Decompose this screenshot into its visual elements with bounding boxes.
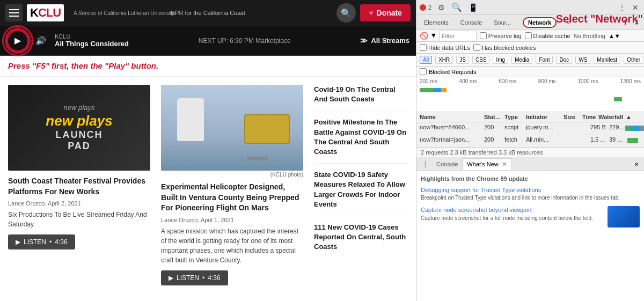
helicopter-image [161,85,303,171]
devtools-close-btn[interactable]: ✕ [630,2,641,13]
tab-elements[interactable]: Elements [419,17,454,28]
devtools-more-btn[interactable]: ⋮ [616,2,628,13]
row1-time: 229... [609,124,625,133]
network-summary: 2 requests 2.3 kB transferred 3.3 kB res… [416,147,644,157]
preserve-log-checkbox[interactable]: Preserve log [480,32,522,39]
update-2-title[interactable]: Capture node screenshot beyond viewport [421,206,603,214]
station-info: KCLU All Things Considered [55,33,129,48]
filter-media[interactable]: Media [511,56,532,64]
donate-label: Donate [377,9,402,17]
network-table-header: Name Stat... Type Initiator Size Time Wa… [416,112,644,122]
filter-input[interactable] [439,31,477,41]
whats-new-close[interactable]: ✕ [502,160,507,168]
update-item-1: Debugging support for Trusted Type viola… [421,186,640,202]
website-panel: KCLU A Service of California Lutheran Un… [0,0,416,301]
filter-other[interactable]: Other [624,56,643,64]
tab-sources[interactable]: Sour... [488,17,516,28]
timeline-scale: 200 ms 400 ms 600 ms 800 ms 1000 ms 1200… [416,77,644,85]
timeline-bars [420,85,641,109]
play-button[interactable]: ▶ [6,30,29,52]
header-initiator: Initiator [526,114,564,120]
update-item-2: Capture node screenshot beyond viewport … [421,206,640,227]
row1-name: now?bust=84660... [420,124,484,133]
filter-icon[interactable]: ▼ [431,32,436,40]
tab-more[interactable]: » [563,17,573,28]
error-count: 2 [428,4,431,11]
blocked-requests-check[interactable] [420,68,427,75]
update-1-desc: Breakpoint on Trusted Type violations an… [421,194,640,202]
right-article-3: State COVID-19 Safety Measures Relaxed T… [314,170,408,216]
tab-network[interactable]: Network [523,17,557,28]
tab-whats-new[interactable]: What's New ✕ [462,158,511,170]
clear-icon[interactable]: 🚫 [420,32,428,40]
filter-ws[interactable]: WS [575,56,590,64]
network-row-2[interactable]: now?format=json... 200 fetch All.min... … [416,135,644,147]
filter-img[interactable]: Img [493,56,508,64]
logo-text: KCLU [30,6,61,19]
header-time: Time [582,114,598,120]
no-throttling-select[interactable]: No throttling [574,33,605,39]
all-streams-button[interactable]: ≫ All Streams [360,36,409,45]
tab-network-wrapper: Network [517,15,562,30]
hamburger-button[interactable] [5,4,23,21]
site-header: KCLU A Service of California Lutheran Un… [0,0,416,26]
right-article-1: Covid-19 On The Central And South Coasts [314,85,408,111]
disable-cache-check[interactable] [525,32,532,39]
has-blocked-cookies-check[interactable] [473,44,480,51]
network-row-1[interactable]: now?bust=84660... 200 script jquery.m...… [416,122,644,135]
search-icon: 🔍 [341,8,352,18]
devtools-inspect-btn[interactable]: 🔍 [449,1,464,13]
right-article-4: 111 New COVID-19 Cases Reported On Centr… [314,223,408,259]
disable-cache-checkbox[interactable]: Disable cache [525,32,570,39]
donate-button[interactable]: ♥ Donate [360,4,411,21]
hide-data-urls-checkbox[interactable]: Hide data URLs [420,44,470,51]
row1-size: 795 B [590,124,609,133]
row2-type: fetch [504,136,526,145]
left-article-excerpt: Six Productions To Be Live Streamed Frid… [8,210,150,229]
preserve-log-check[interactable] [480,32,487,39]
console-tabs: ⋮ Console What's New ✕ ✕ [416,157,644,171]
devtools-toolbar: 2 ⚙ 🔍 📱 ⋮ ✕ [416,0,644,15]
tab-console-bottom[interactable]: Console [432,159,462,169]
hamburger-line-2 [9,12,19,13]
middle-listen-play-icon: ▶ [169,274,173,282]
left-listen-button[interactable]: ▶ LISTEN • 4:36 [8,234,75,249]
devtools-panel: 2 ⚙ 🔍 📱 ⋮ ✕ Elements Console Sour... Net… [416,0,644,301]
devtools-download-icon[interactable]: ⬇ [632,17,642,27]
console-close-btn[interactable]: ✕ [631,159,642,170]
hamburger-line-1 [9,9,19,10]
devtools-device-btn[interactable]: 📱 [466,2,480,13]
filter-font[interactable]: Font [536,56,553,64]
tab-console[interactable]: Console [455,17,487,28]
console-dots-btn[interactable]: ⋮ [419,159,432,170]
hide-data-urls-check[interactable] [420,44,427,51]
filter-xhr[interactable]: XHR [435,56,453,64]
filter-doc[interactable]: Doc [556,56,572,64]
program-name: All Things Considered [55,40,129,48]
update-2-text: Capture node screenshot beyond viewport … [421,206,603,227]
heart-icon: ♥ [369,9,373,17]
devtools-upload-icon[interactable]: ⬆ [620,17,631,27]
console-content: Highlights from the Chrome 89 update Deb… [416,171,644,301]
row2-size: 1.5 ... [590,136,609,145]
filter-css[interactable]: CSS [472,56,490,64]
volume-icon[interactable]: 🔊 [35,35,46,46]
devtools-settings-btn[interactable]: ⚙ [436,2,447,13]
filter-js[interactable]: JS [456,56,469,64]
row2-name: now?format=json... [420,136,484,145]
timeline-label-400: 400 ms [459,78,477,84]
right-article-2: Positive Milestone In The Battle Against… [314,118,408,164]
update-1-title[interactable]: Debugging support for Trusted Type viola… [421,186,640,194]
timeline-bar-1a [420,88,433,92]
row1-waterfall [625,124,641,133]
header-name: Name [420,114,484,120]
next-up-info: NEXT UP: 6:30 PM Marketplace [135,37,354,45]
filter-manifest[interactable]: Manifest [594,56,620,64]
search-button[interactable]: 🔍 [336,3,356,23]
throttling-arrow[interactable]: ▲▼ [609,33,620,39]
middle-listen-button[interactable]: ▶ LISTEN • 4:36 [161,270,228,285]
left-article-title: South Coast Theater Festival Provides Pl… [8,176,150,197]
filter-all[interactable]: All [420,56,432,64]
left-listen-time: 4:36 [55,238,67,246]
has-blocked-cookies-checkbox[interactable]: Has blocked cookies [473,44,536,51]
